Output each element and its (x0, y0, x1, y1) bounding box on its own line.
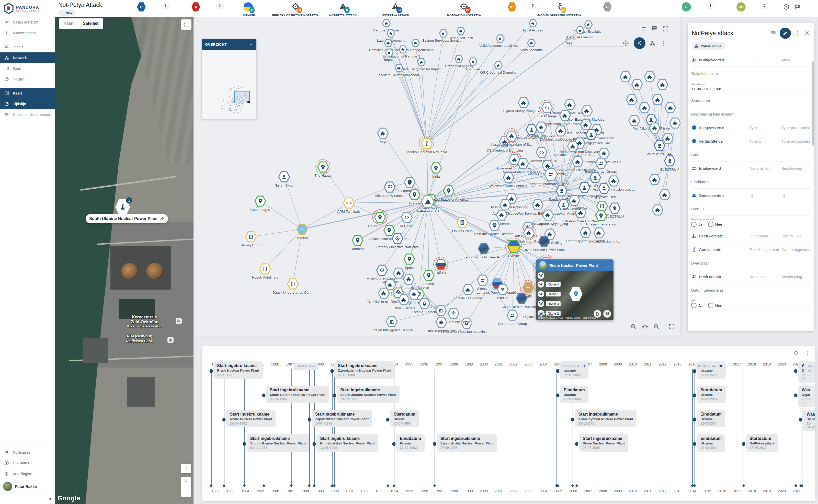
field-gerelateerde[interactable]: GerelateerdeToelichting van uiDatum uitg… (691, 243, 811, 256)
network-node-denmark[interactable]: Denmark (352, 234, 363, 246)
sidebar-item-kaart[interactable]: Kaart (0, 63, 55, 74)
network-node-primary-objective-notpetya[interactable]: Primary Objective NotPetya (392, 233, 403, 244)
network-node-india[interactable]: India (430, 162, 442, 174)
panel-icon[interactable] (805, 4, 812, 10)
wikipedia-marker[interactable]: WRivne 3 (538, 300, 561, 307)
fit-view-icon[interactable] (642, 323, 648, 330)
radio-ja[interactable]: Ja (691, 303, 702, 308)
timeline-event-card[interactable]: EinddatumRussia31-12-1993 (396, 434, 425, 452)
wikipedia-marker[interactable]: WRivne 1 (538, 291, 561, 297)
network-node-piter-ix[interactable]: Piter-IX (497, 283, 509, 295)
map-marker-label[interactable]: South Ukraine Nuclear Power Plant (86, 214, 168, 223)
network-node-sergeyevich-deti-[interactable]: Sergeyevich Deti... (598, 182, 610, 194)
timeline-event-card[interactable]: Start ingebruiknameSouth Ukraine Nuclear… (247, 434, 309, 452)
network-node[interactable] (649, 174, 661, 185)
status-chip[interactable]: New (58, 10, 75, 16)
copy-icon[interactable] (594, 310, 601, 318)
pegman-control[interactable]: 🯅 (181, 464, 191, 473)
timeline-event-card[interactable]: EinddatumUkraine22-02-2014 (697, 410, 725, 427)
zoom-in-icon[interactable] (630, 323, 637, 330)
map-toggle-satelliet[interactable]: Satelliet (78, 18, 103, 29)
network-node-latvia-russia[interactable]: Latvia - Russia (398, 294, 410, 305)
network-node-os-credential-dumping[interactable]: OS Credential Dumping (494, 61, 503, 70)
panel-scrollbar[interactable] (812, 61, 814, 146)
sidebar-item-notificaties[interactable]: Notificaties (0, 447, 55, 458)
field-verdachtte-da[interactable]: Verdachtte daType 1Type protagonist (691, 134, 811, 148)
overview-minimap[interactable]: OVERZICHT (202, 39, 256, 119)
network-node-exploitation-of-remote-s-[interactable]: Exploitation of Remote S... (399, 45, 407, 54)
detail-list-icon[interactable] (770, 30, 777, 37)
network-node-disk-wipe-disk-structure-[interactable]: Disk Wipe: Disk Structure... (572, 156, 584, 167)
network-node[interactable] (657, 78, 668, 90)
timeline-event-card[interactable]: WaaDATA11-04-20 (803, 410, 815, 431)
sidebar-item-gerelateerde-casussen[interactable]: Gerelateerde casussen (0, 109, 55, 120)
timeline-partial-card[interactable]: 22-11-2004 (559, 363, 583, 370)
network-search[interactable]: Zoeken Net (565, 37, 624, 47)
bank-poi-icon[interactable]: 🏛 (176, 318, 182, 324)
network-node-dansk-undergrunds-con-[interactable]: Dansk Undergrunds Con... (287, 278, 299, 290)
network-node-ukraine[interactable]: Ukraine (507, 239, 521, 253)
timeline-event-card[interactable]: Start ingebruiknameKhmelnytskyi Nuclear … (575, 410, 637, 427)
network-node[interactable] (659, 189, 671, 201)
network-node-remote-services[interactable]: Remote Services (382, 19, 391, 28)
entity-notpetya-attack[interactable]: TfNOTPETYA ATTACK (314, 2, 372, 17)
network-node-remote-access-software[interactable]: Remote Access Software (580, 226, 592, 238)
network-node-south-ukraine-nuclear-p-[interactable]: South Ukraine Nuclear P... (516, 292, 528, 304)
timeline-partial-card[interactable]: 01-01-2014 (695, 363, 719, 370)
sidebar-item-kaart[interactable]: Kaart (0, 88, 55, 99)
field-is-uitgevoerd-d[interactable]: Is uitgevoerd dIDAlias (691, 53, 811, 67)
network-node-gamaredon-group[interactable]: Gamaredon Group (507, 309, 518, 321)
network-node[interactable] (639, 102, 650, 113)
network-node-user-execution-maliciou-[interactable]: User Execution: Maliciou... (581, 105, 593, 117)
network-node-copenhagen[interactable]: Copenhagen (254, 195, 266, 207)
sidebar-collapse-button[interactable]: « (0, 494, 55, 504)
network-node-command-and-scripting-i-[interactable]: Command and Scripting I... (593, 227, 605, 239)
network-node-silence[interactable]: Silence (477, 274, 489, 286)
network-node-estonia-russia[interactable]: Estonia - Russia (418, 297, 430, 309)
network-node-exploitation-for-client-exe-[interactable]: Exploitation for Client Exe... (567, 140, 579, 152)
network-node-linkos-group[interactable]: Linkos Group (457, 216, 468, 228)
network-node-lateral-movement[interactable]: Lateral Movement (387, 29, 395, 38)
network-node-masquerading-match-le-[interactable]: Masquerading: Match Le... (517, 158, 529, 169)
network-node-zaporizhzhia-nuclear-po-[interactable]: Zaporizhzhia Nuclear Po... (478, 243, 490, 255)
network-fullscreen-icon[interactable] (662, 26, 669, 32)
network-node-credentials-from-passwor-[interactable]: Credentials from Passwor... (523, 227, 535, 239)
network-node-netix[interactable]: NetIXNetIX (522, 282, 534, 294)
network-node-russia-vs-ukraine[interactable]: Russia vs Ukraine (462, 284, 474, 295)
field-geslaagde-aanval[interactable]: Geslaagde aanvalJaNee (691, 216, 811, 229)
network-node-external-remote-services[interactable]: External Remote Services (564, 99, 576, 110)
network-node-electrum[interactable]: ELECTRUM (609, 202, 621, 214)
network-node-france[interactable]: France (409, 189, 421, 201)
network-node-valid-accounts-local-acc-[interactable]: Valid Accounts: Local Acc... (496, 34, 505, 43)
field-startdatum[interactable]: Startdatum (691, 94, 811, 107)
sidebar-item-casus-overzicht[interactable]: Casus overzicht (0, 17, 55, 28)
field-apt[interactable]: APTJaNee (691, 297, 811, 311)
timeline-event-card[interactable]: Start ingebruiknameRivne Nuclear Power P… (579, 434, 628, 452)
network-node-petya[interactable]: Petya (377, 127, 389, 139)
network-node-pavel-valeryevich-frolov[interactable]: Pavel Valeryevich Frolov (579, 181, 590, 193)
network-node[interactable] (669, 117, 680, 129)
network-node-russian-federation[interactable]: Russian Federation (595, 210, 607, 222)
timeline-event-card[interactable]: StartdatumUkraine20-02-2014 (697, 386, 725, 403)
sidebar-item-tegels[interactable]: Tegels (0, 42, 55, 52)
network-node-remote-services-smb-[interactable]: Remote Services: SMB... (384, 39, 393, 47)
network-node-electrum[interactable]: ELECTRUM (664, 155, 676, 167)
timeline-event-card[interactable]: Start ingebruiknameKhmelnytskyi Nuclear … (316, 434, 378, 452)
edit-button[interactable] (780, 28, 791, 39)
user-row[interactable]: Peter Rakké (0, 479, 55, 494)
network-node-data-encrypted-for-impact[interactable]: Data Encrypted for Impact (417, 58, 426, 66)
network-node[interactable] (652, 204, 663, 216)
field-dyad-paar[interactable]: Dyad paar (691, 256, 811, 270)
wikipedia-marker[interactable]: WRivne 4 (538, 281, 561, 288)
network-node[interactable] (662, 132, 674, 144)
network-node-hoegh-autoliners[interactable]: Hoegh Autoliners (259, 263, 271, 275)
sidebar-item-nieuwe-entiteit[interactable]: Nieuwe entiteit (0, 28, 55, 38)
field-is-uitgevoerd[interactable]: Is uitgevoerdNationaliteitBeschrijving (691, 162, 811, 175)
share-button[interactable] (634, 37, 645, 49)
network-node-eternalblue[interactable]: EternalBlue (404, 176, 416, 188)
network-node-federal-protective-service[interactable]: Federal Protective Service (403, 273, 415, 285)
timeline-menu-icon[interactable] (805, 350, 811, 356)
network-node-initial-access[interactable]: Initial Access (529, 19, 537, 28)
field-beschrijving-type-incident[interactable]: Beschrijving type incident (691, 107, 811, 121)
network-node-notpetya[interactable]: NotPetya (469, 57, 477, 66)
